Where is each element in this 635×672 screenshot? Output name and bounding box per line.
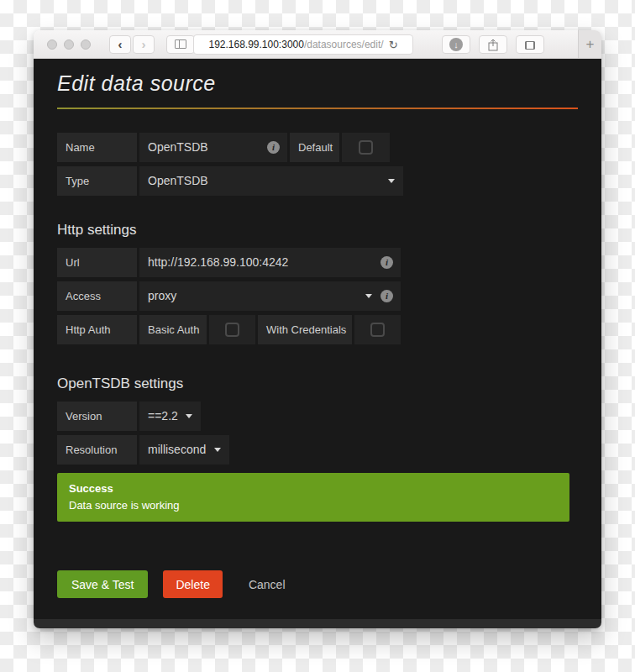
type-label: Type xyxy=(57,166,137,196)
save-and-test-button[interactable]: Save & Test xyxy=(57,570,148,598)
with-credentials-label: With Credentials xyxy=(258,315,352,344)
browser-window: ‹ › 192.168.99.100:3000/datasources/edit… xyxy=(34,30,601,628)
close-window-icon[interactable] xyxy=(47,39,57,50)
downloads-button[interactable]: ↓ xyxy=(442,35,470,54)
access-row: Access proxy i xyxy=(57,281,578,311)
url-host: 192.168.99.100:3000 xyxy=(208,39,303,50)
sidebar-icon xyxy=(175,39,186,49)
http-settings-heading: Http settings xyxy=(57,221,578,239)
back-chevron-icon: ‹ xyxy=(118,38,123,50)
default-label: Default xyxy=(290,133,339,162)
info-icon[interactable]: i xyxy=(267,141,280,154)
url-path: /datasources/edit/ xyxy=(304,39,384,50)
name-row: Name OpenTSDB i Default xyxy=(57,133,578,162)
action-buttons: Save & Test Delete Cancel xyxy=(57,570,578,598)
datasource-form: Name OpenTSDB i Default Type OpenTSDB xyxy=(57,133,578,196)
opentsdb-settings-heading: OpenTSDB settings xyxy=(57,375,578,393)
name-label: Name xyxy=(57,133,137,162)
access-select[interactable]: proxy i xyxy=(139,281,401,311)
share-button[interactable] xyxy=(479,35,507,54)
tab-overview-button[interactable] xyxy=(516,35,544,54)
chevron-down-icon xyxy=(214,448,221,452)
browser-titlebar: ‹ › 192.168.99.100:3000/datasources/edit… xyxy=(34,30,601,59)
access-label: Access xyxy=(57,281,137,311)
basic-auth-checkbox[interactable] xyxy=(225,323,239,337)
with-credentials-checkbox[interactable] xyxy=(370,323,385,337)
version-row: Version ==2.2 xyxy=(57,402,578,431)
version-value: ==2.2 xyxy=(148,409,178,423)
access-value: proxy xyxy=(148,289,176,302)
zoom-window-icon[interactable] xyxy=(81,39,91,50)
basic-auth-checkbox-cell xyxy=(209,315,255,344)
window-controls xyxy=(47,39,91,50)
header-divider xyxy=(57,108,578,109)
type-value: OpenTSDB xyxy=(148,174,208,187)
resolution-value: millisecond xyxy=(148,443,206,456)
version-select[interactable]: ==2.2 xyxy=(139,402,201,431)
default-checkbox-cell xyxy=(342,133,390,162)
type-select[interactable]: OpenTSDB xyxy=(139,166,403,196)
name-value: OpenTSDB xyxy=(148,140,208,154)
with-credentials-checkbox-cell xyxy=(354,315,401,344)
chevron-down-icon xyxy=(186,414,192,418)
http-auth-row: Http Auth Basic Auth With Credentials xyxy=(57,315,578,344)
info-icon[interactable]: i xyxy=(380,290,393,302)
url-row: Url http://192.168.99.100:4242 i xyxy=(57,248,578,277)
url-value: http://192.168.99.100:4242 xyxy=(148,255,288,269)
alert-message: Data source is working xyxy=(69,497,558,514)
plus-icon: + xyxy=(586,36,595,53)
version-label: Version xyxy=(57,402,137,431)
type-row: Type OpenTSDB xyxy=(57,166,578,196)
tabs-icon xyxy=(525,41,535,50)
toolbar-right: ↓ xyxy=(442,35,544,54)
minimize-window-icon[interactable] xyxy=(64,39,74,50)
new-tab-button[interactable]: + xyxy=(578,30,601,58)
resolution-row: Resolution millisecond xyxy=(57,435,578,465)
sidebar-button[interactable] xyxy=(166,35,195,54)
forward-chevron-icon: › xyxy=(142,38,146,50)
resolution-select[interactable]: millisecond xyxy=(139,435,229,465)
url-label: Url xyxy=(57,248,137,277)
nav-buttons: ‹ › xyxy=(109,35,155,54)
success-alert: Success Data source is working xyxy=(57,473,569,522)
reload-icon[interactable]: ↻ xyxy=(389,39,398,50)
chevron-down-icon xyxy=(365,294,372,298)
http-auth-label: Http Auth xyxy=(57,315,137,344)
cancel-button[interactable]: Cancel xyxy=(234,570,300,598)
resolution-label: Resolution xyxy=(57,435,137,465)
alert-title: Success xyxy=(69,480,558,497)
download-icon: ↓ xyxy=(449,38,463,51)
back-button[interactable]: ‹ xyxy=(109,35,131,54)
share-icon xyxy=(488,39,498,51)
delete-button[interactable]: Delete xyxy=(163,570,222,598)
default-checkbox[interactable] xyxy=(359,140,373,155)
page-title: Edit data source xyxy=(57,71,578,96)
basic-auth-label: Basic Auth xyxy=(139,315,207,344)
window-bottom-edge xyxy=(34,619,601,628)
info-icon[interactable]: i xyxy=(380,256,393,269)
edit-datasource-page: Edit data source Name OpenTSDB i Default… xyxy=(34,59,601,619)
chevron-down-icon xyxy=(388,179,395,183)
forward-button[interactable]: › xyxy=(133,35,155,54)
name-input[interactable]: OpenTSDB i xyxy=(139,133,287,162)
address-bar[interactable]: 192.168.99.100:3000/datasources/edit/ ↻ xyxy=(193,34,413,55)
url-input[interactable]: http://192.168.99.100:4242 i xyxy=(139,248,401,277)
